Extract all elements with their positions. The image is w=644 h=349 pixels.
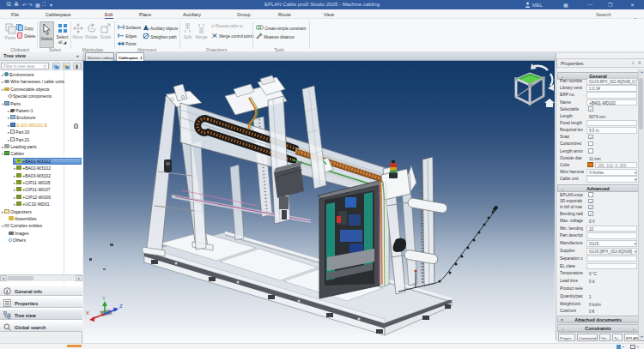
svg-text:Y: Y [102, 296, 106, 301]
svg-text:Z: Z [119, 304, 123, 309]
svg-text:X: X [86, 310, 89, 316]
svg-text:i: i [6, 288, 8, 294]
